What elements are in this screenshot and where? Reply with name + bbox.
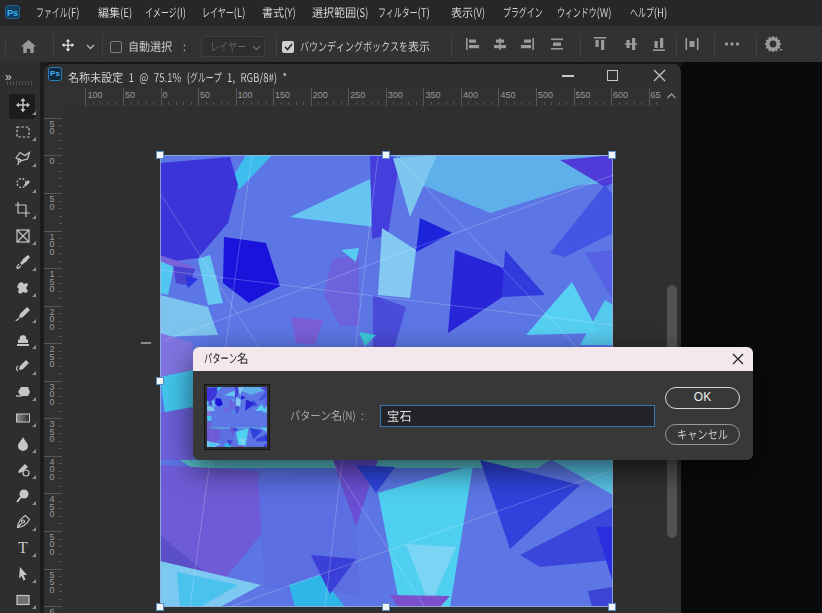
svg-text:T: T (18, 539, 28, 556)
